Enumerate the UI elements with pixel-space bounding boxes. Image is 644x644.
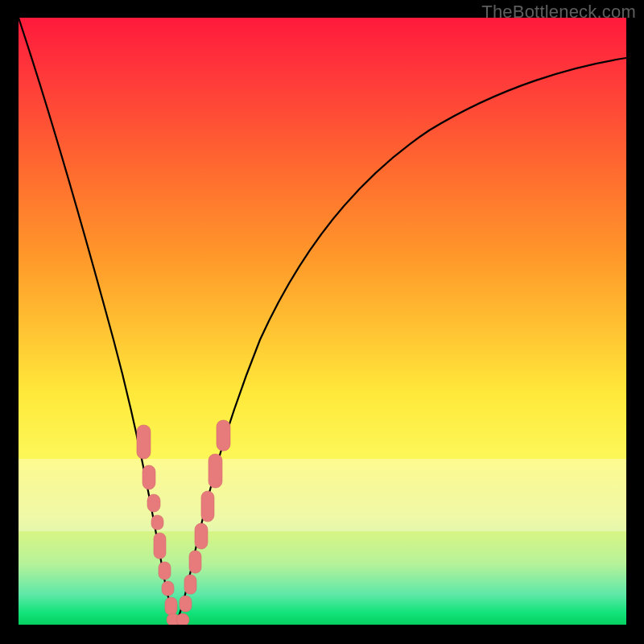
chart-area xyxy=(19,18,626,625)
svg-rect-5 xyxy=(159,562,171,580)
svg-rect-2 xyxy=(147,494,160,512)
bead-cluster-right xyxy=(180,420,230,612)
svg-rect-15 xyxy=(208,454,222,488)
svg-rect-11 xyxy=(184,575,196,594)
svg-rect-12 xyxy=(189,551,201,573)
svg-rect-0 xyxy=(137,425,151,459)
svg-rect-1 xyxy=(142,465,155,489)
bottleneck-curve xyxy=(19,18,626,621)
svg-point-9 xyxy=(176,613,189,625)
bead-cluster-left xyxy=(137,425,177,615)
svg-rect-10 xyxy=(180,596,192,612)
svg-rect-14 xyxy=(201,491,214,522)
svg-rect-3 xyxy=(151,515,163,530)
curve-plot xyxy=(19,18,626,625)
svg-rect-16 xyxy=(217,420,230,451)
watermark-text: TheBottleneck.com xyxy=(481,2,636,23)
svg-rect-7 xyxy=(165,597,177,615)
svg-rect-13 xyxy=(195,523,208,549)
svg-rect-4 xyxy=(154,533,166,559)
bead-cluster-tip xyxy=(167,613,189,625)
svg-rect-6 xyxy=(162,581,174,596)
